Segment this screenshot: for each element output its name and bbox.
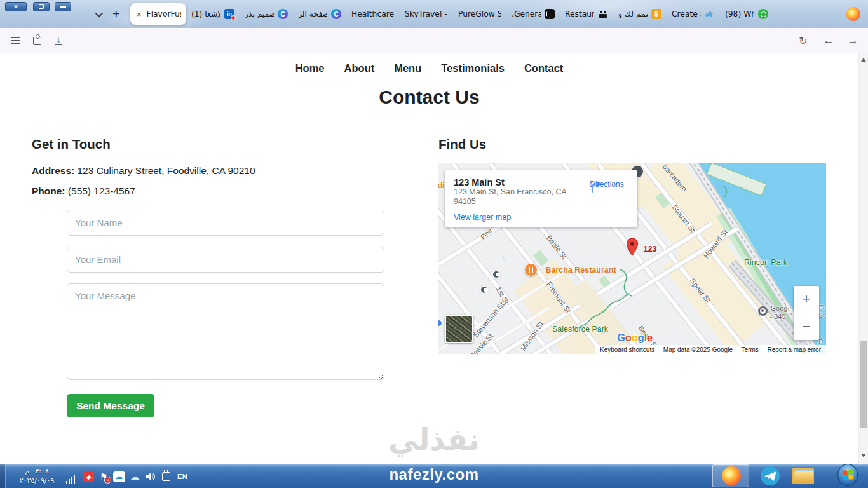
scrollbar-thumb[interactable] <box>860 341 867 428</box>
map-pin-icon[interactable] <box>627 238 638 256</box>
map-label: Barcha Restaurant <box>545 266 616 274</box>
page-title: Contact Us <box>0 86 858 108</box>
message-textarea[interactable] <box>67 283 384 380</box>
browser-tab-active[interactable]: ×FlavorFus <box>130 3 186 25</box>
tab-title: Restaura <box>565 10 594 18</box>
google-logo[interactable]: Google <box>617 332 653 344</box>
whatsapp-favicon <box>758 9 768 19</box>
phone-line: Phone: (555) 123-4567 <box>32 186 135 197</box>
canva-favicon: C <box>331 9 341 19</box>
window-minimize-button[interactable] <box>55 2 71 11</box>
map-label: 123 <box>643 244 657 254</box>
tab-title: الصفحة الر <box>298 10 327 18</box>
nav-testimonials[interactable]: Testimonials <box>441 62 505 74</box>
new-tab-button[interactable]: + <box>110 8 123 20</box>
map-card-address-line2: 94105 <box>454 197 628 207</box>
map-label: barcadero <box>661 163 688 193</box>
email-input[interactable] <box>67 247 384 273</box>
tab-title: PureGlow Ski <box>458 10 501 18</box>
poi-dot-icon[interactable] <box>758 306 768 316</box>
directions-button[interactable]: Directions <box>587 178 627 189</box>
get-in-touch-heading: Get in Touch <box>32 137 111 152</box>
tab-title: (98) Wha <box>725 10 754 18</box>
blackapp-favicon <box>598 9 608 19</box>
tab-title: تصميم بذر <box>245 10 274 18</box>
browser-tab[interactable]: Restaura <box>560 3 613 25</box>
tab-title: Healthcare C <box>351 10 395 18</box>
satellite-view-toggle[interactable] <box>445 315 473 343</box>
downloads-icon[interactable]: ↓ <box>51 28 66 53</box>
bird-favicon <box>705 9 715 19</box>
tab-list-chevron-icon[interactable] <box>95 9 104 17</box>
canva-favicon: C <box>278 9 288 19</box>
forward-icon[interactable]: → <box>845 28 860 53</box>
address-label: Address: <box>32 165 74 176</box>
address-value: 123 Culinary Street, Foodville, CA 90210 <box>78 165 255 176</box>
map-label: Fremont St <box>545 280 572 314</box>
phone-label: Phone: <box>32 186 65 196</box>
keyboard-shortcuts-link[interactable]: Keyboard shortcuts <box>600 346 654 353</box>
map-zoom-control: + − <box>794 286 819 340</box>
map-label: St <box>818 312 824 319</box>
tab-close-icon[interactable]: × <box>135 10 143 19</box>
scroll-up-arrow[interactable] <box>861 58 866 62</box>
browser-tab[interactable]: (98) Wha <box>720 3 773 25</box>
terms-link[interactable]: Terms <box>742 346 759 353</box>
name-input[interactable] <box>67 210 384 236</box>
khamsat-favicon: 5 <box>651 9 661 19</box>
page-viewport: Home About Menu Testimonials Contact Con… <box>0 53 858 464</box>
restaurant-poi-icon[interactable] <box>524 263 538 276</box>
send-message-button[interactable]: Send Message <box>67 394 154 417</box>
nav-home[interactable]: Home <box>295 62 325 74</box>
phone-value: (555) 123-4567 <box>68 186 135 196</box>
map-label: → <box>736 275 746 285</box>
map-label: Howard St <box>702 228 729 260</box>
extensions-icon[interactable] <box>29 28 44 53</box>
site-nav: Home About Menu Testimonials Contact <box>0 62 858 74</box>
browser-toolbar: ↓ ☆ file:///C:/Users/l221/Desktop/restau… <box>0 28 868 53</box>
map-label: Goog <box>771 304 788 312</box>
browser-tab[interactable]: PureGlow Ski <box>453 3 506 25</box>
map-label: Mission St <box>519 320 545 352</box>
map-embed[interactable]: barcaderoSteuart StHoward StRincon ParkS… <box>438 163 826 354</box>
firefox-logo-icon[interactable] <box>846 7 860 21</box>
browser-tab[interactable]: SkyTravel - Ex <box>400 3 453 25</box>
browser-tab[interactable]: Healthcare C <box>346 3 400 25</box>
browser-tab[interactable]: .Generate <box>506 3 560 25</box>
browser-tab[interactable]: (1) الإشعاin <box>186 3 240 25</box>
zoom-in-button[interactable]: + <box>794 286 819 313</box>
map-label: Fi <box>819 304 824 311</box>
watermark-arabic: نفذلي <box>0 422 868 457</box>
map-label: Steuart St <box>671 203 697 234</box>
transit-station-icon[interactable] <box>480 285 489 294</box>
map-info-card: 123 Main St 123 Main St, San Francisco, … <box>445 170 637 227</box>
menu-icon[interactable] <box>8 28 23 53</box>
report-map-error-link[interactable]: Report a map error <box>768 346 821 353</box>
browser-tab[interactable]: تصميم بذرC <box>240 3 293 25</box>
tab-title: أصمم لك و <box>618 10 648 18</box>
map-label: → <box>500 253 510 262</box>
map-attribution-bar: Keyboard shortcuts Map data ©2025 Google… <box>595 345 826 354</box>
nav-contact[interactable]: Contact <box>524 62 563 74</box>
transit-station-icon[interactable] <box>492 270 501 279</box>
page-scrollbar[interactable] <box>858 53 868 464</box>
map-label: Spear St <box>688 277 712 304</box>
view-larger-map-link[interactable]: View larger map <box>454 213 511 222</box>
nav-menu[interactable]: Menu <box>394 62 421 74</box>
map-label: di <box>438 181 444 190</box>
back-icon[interactable]: ← <box>821 28 836 53</box>
browser-tab-bar: × + ×FlavorFus(1) الإشعاinتصميم بذرCالصف… <box>0 0 868 28</box>
directions-fork-icon <box>587 178 603 194</box>
refresh-icon[interactable]: ↻ <box>796 28 811 53</box>
map-data-text: Map data ©2025 Google <box>663 346 733 353</box>
nav-about[interactable]: About <box>344 62 375 74</box>
browser-tab[interactable]: الصفحة الرC <box>293 3 346 25</box>
tab-title: (1) الإشعا <box>191 10 220 18</box>
window-close-button[interactable]: × <box>5 2 27 11</box>
window-restore-button[interactable] <box>33 2 50 11</box>
screen: × + ×FlavorFus(1) الإشعاinتصميم بذرCالصف… <box>0 0 868 488</box>
browser-tab[interactable]: أصمم لك و5 <box>613 3 667 25</box>
address-line: Address: 123 Culinary Street, Foodville,… <box>32 165 255 177</box>
zoom-out-button[interactable]: − <box>794 313 819 340</box>
browser-tab[interactable]: Create a <box>667 3 720 25</box>
